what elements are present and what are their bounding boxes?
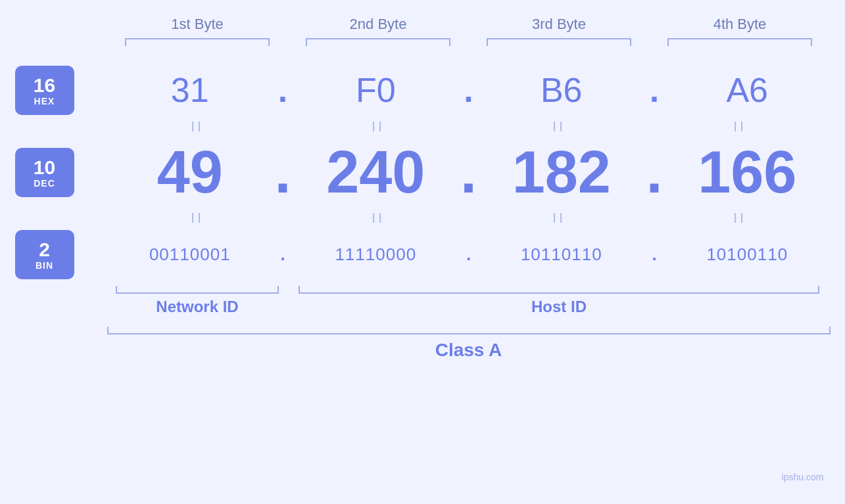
hex-value-4: A6 [664, 70, 831, 110]
equals-1-4: II [650, 118, 831, 135]
hex-row: 16 HEX 31 . F0 . B6 . A6 [15, 66, 831, 115]
equals-1-1: II [107, 118, 288, 135]
dec-row: 10 DEC 49 . 240 . 182 . 166 [15, 139, 831, 206]
bracket-top-3 [487, 38, 631, 46]
bin-dot-2: . [459, 244, 479, 265]
hex-dot-3: . [644, 70, 664, 110]
class-bracket [107, 327, 831, 334]
network-bracket-wrap [107, 286, 288, 294]
dec-base-number: 10 [34, 156, 55, 178]
hex-badge: 16 HEX [15, 66, 74, 115]
equals-2-4: II [650, 210, 831, 227]
bin-value-2: 11110000 [293, 244, 459, 265]
bottom-brackets-row [107, 286, 831, 294]
equals-row-1: II II II II [15, 118, 831, 135]
equals-1-3: II [469, 118, 650, 135]
equals-1-2: II [288, 118, 469, 135]
dec-value-2: 240 [293, 139, 459, 206]
hex-dot-1: . [273, 70, 293, 110]
bin-base-label: BIN [36, 260, 53, 271]
bracket-top-2 [306, 38, 450, 46]
bin-value-3: 10110110 [479, 244, 645, 265]
hex-value-3: B6 [479, 70, 645, 110]
byte-header-4: 4th Byte [650, 16, 831, 38]
watermark: ipshu.com [782, 472, 824, 482]
network-bracket-bottom [116, 286, 279, 294]
top-brackets-row [15, 38, 831, 46]
bracket-cell-2 [288, 38, 469, 46]
dec-value-4: 166 [664, 139, 831, 206]
dec-dot-2: . [459, 139, 479, 206]
byte-header-3: 3rd Byte [469, 16, 650, 38]
hex-value-2: F0 [293, 70, 459, 110]
bracket-cell-3 [469, 38, 650, 46]
network-host-labels: Network ID Host ID [107, 298, 831, 316]
dec-value-1: 49 [107, 139, 274, 206]
bin-row: 2 BIN 00110001 . 11110000 . 10110110 . 1… [15, 230, 831, 279]
dec-dot-1: . [273, 139, 293, 206]
bin-value-1: 00110001 [107, 244, 274, 265]
host-id-label: Host ID [288, 298, 831, 316]
bottom-section: Network ID Host ID [15, 286, 831, 316]
dec-dot-3: . [644, 139, 664, 206]
dec-values-row: 49 . 240 . 182 . 166 [107, 139, 831, 206]
bracket-cell-1 [107, 38, 288, 46]
host-bracket-bottom [299, 286, 819, 294]
equals-2-3: II [469, 210, 650, 227]
bin-badge: 2 BIN [15, 230, 74, 279]
bin-base-number: 2 [39, 239, 50, 260]
class-label: Class A [107, 340, 831, 361]
hex-value-1: 31 [107, 70, 274, 110]
main-container: 1st Byte 2nd Byte 3rd Byte 4th Byte 16 H… [15, 16, 831, 489]
equals-2-1: II [107, 210, 288, 227]
bracket-cell-4 [650, 38, 831, 46]
bin-dot-1: . [273, 244, 293, 265]
equals-row-2: II II II II [15, 210, 831, 227]
bin-values-row: 00110001 . 11110000 . 10110110 . 1010011… [107, 244, 831, 265]
hex-values-row: 31 . F0 . B6 . A6 [107, 70, 831, 110]
byte-header-2: 2nd Byte [288, 16, 469, 38]
bin-value-4: 10100110 [664, 244, 831, 265]
dec-base-label: DEC [34, 178, 55, 189]
dec-value-3: 182 [479, 139, 645, 206]
hex-base-label: HEX [34, 96, 55, 106]
byte-headers-row: 1st Byte 2nd Byte 3rd Byte 4th Byte [15, 16, 831, 38]
network-id-label: Network ID [107, 298, 288, 316]
dec-badge: 10 DEC [15, 148, 74, 197]
byte-header-1: 1st Byte [107, 16, 288, 38]
host-bracket-wrap [288, 286, 831, 294]
class-section: Class A [15, 327, 831, 361]
bracket-top-1 [125, 38, 270, 46]
bracket-top-4 [667, 38, 812, 46]
bin-dot-3: . [644, 244, 664, 265]
equals-2-2: II [288, 210, 469, 227]
hex-dot-2: . [459, 70, 479, 110]
hex-base-number: 16 [34, 74, 55, 96]
